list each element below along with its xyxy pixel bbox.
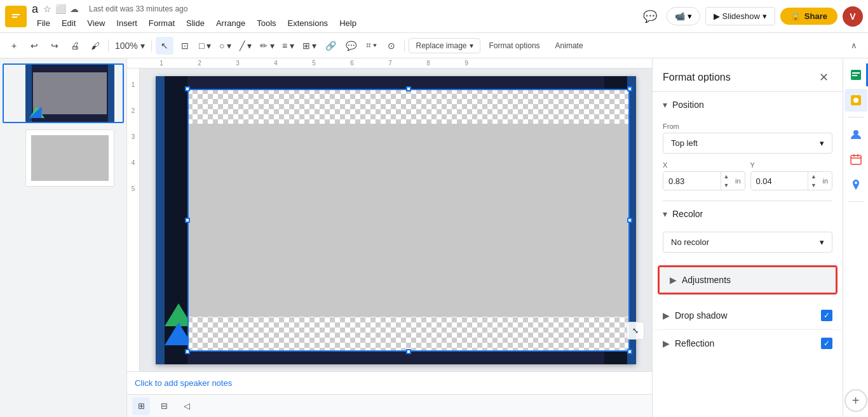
selected-image[interactable] — [187, 89, 630, 352]
format-options-sidebar-btn[interactable] — [844, 89, 867, 112]
handle-tr[interactable] — [627, 86, 632, 91]
sheets-icon-btn[interactable] — [844, 63, 867, 86]
reflection-checkbox[interactable]: ✓ — [821, 338, 832, 349]
meet-button[interactable]: 📹 ▾ — [667, 7, 700, 25]
maps-icon-btn[interactable] — [844, 173, 867, 196]
select-tool[interactable]: ↖ — [156, 37, 173, 55]
app-logo[interactable] — [5, 6, 27, 27]
collapse-panel-btn[interactable]: ∧ — [845, 37, 863, 55]
ruler-v-mark: 3 — [132, 133, 135, 140]
menu-slide[interactable]: Slide — [181, 16, 210, 30]
notes-bar[interactable]: Click to add speaker notes — [127, 371, 652, 394]
last-edit: Last edit was 33 minutes ago — [89, 4, 187, 13]
y-up-btn[interactable]: ▲ — [808, 172, 818, 181]
oval-tool[interactable]: ○ ▾ — [217, 37, 234, 55]
handle-bl[interactable] — [185, 349, 190, 354]
add-addon-btn[interactable]: + — [844, 389, 867, 412]
position-section-header[interactable]: ▾ Position — [653, 92, 843, 117]
y-input[interactable] — [751, 173, 808, 190]
menu-extensions[interactable]: Extensions — [283, 16, 334, 30]
chat-icon-btn[interactable]: 💬 — [639, 5, 661, 28]
slide-thumb-2[interactable]: 2 🔗 — [3, 128, 124, 188]
ruler-mark: 4 — [257, 60, 295, 67]
expand-button[interactable]: ⤡ — [627, 322, 644, 340]
x-up-btn[interactable]: ▲ — [721, 172, 731, 181]
close-format-panel-btn[interactable]: ✕ — [815, 69, 832, 86]
x-spinners: ▲ ▼ — [721, 172, 731, 190]
redo-btn[interactable]: ↪ — [46, 37, 64, 55]
from-value: Top left — [671, 138, 698, 148]
menu-arrange[interactable]: Arrange — [211, 16, 250, 30]
calendar-icon-btn[interactable] — [844, 148, 867, 171]
y-down-btn[interactable]: ▼ — [808, 181, 818, 190]
animate-button[interactable]: Animate — [549, 39, 590, 53]
add-btn[interactable]: + — [5, 37, 23, 55]
recolor-dropdown[interactable]: No recolor ▾ — [663, 232, 832, 253]
share-button[interactable]: 🔒 Share — [780, 8, 837, 25]
menu-help[interactable]: Help — [334, 16, 362, 30]
handle-mr[interactable] — [627, 218, 632, 223]
print-btn[interactable]: 🖨 — [66, 37, 84, 55]
reflection-section[interactable]: ▶ Reflection ✓ — [653, 329, 843, 357]
contacts-icon-btn[interactable] — [844, 122, 867, 145]
x-down-btn[interactable]: ▼ — [721, 181, 731, 190]
spacer-1 — [653, 297, 843, 302]
distribute-tool[interactable]: ⊞ ▾ — [300, 37, 320, 55]
list-view-btn[interactable]: ⊟ — [155, 397, 173, 415]
handle-tc[interactable] — [406, 86, 411, 91]
right-sidebar-divider — [848, 117, 864, 117]
handle-ml[interactable] — [185, 218, 190, 223]
doc-title[interactable]: a — [32, 3, 38, 16]
ruler-horizontal: 1 2 3 4 5 6 7 8 9 — [127, 58, 652, 69]
format-options-button[interactable]: Format options — [483, 39, 546, 53]
star-icon[interactable]: ☆ — [43, 4, 51, 14]
menu-tools[interactable]: Tools — [252, 16, 281, 30]
align-tool[interactable]: ≡ ▾ — [280, 37, 297, 55]
ruler-mark: 8 — [409, 60, 447, 67]
undo-btn[interactable]: ↩ — [25, 37, 43, 55]
slide-thumb-1[interactable]: 1 — [3, 63, 124, 123]
menu-insert[interactable]: Insert — [111, 16, 142, 30]
mask-tool[interactable]: ⊙ — [383, 37, 400, 55]
from-dropdown[interactable]: Top left ▾ — [663, 133, 832, 154]
drop-shadow-section[interactable]: ▶ Drop shadow ✓ — [653, 302, 843, 329]
link-tool[interactable]: 🔗 — [322, 37, 339, 55]
grid-view-btn[interactable]: ⊞ — [132, 397, 150, 415]
cloud-icon[interactable]: ☁ — [70, 4, 79, 14]
folder-icon[interactable]: ⬜ — [55, 4, 66, 14]
replace-image-label: Replace image — [416, 41, 466, 50]
svg-point-7 — [853, 98, 858, 103]
line-tool[interactable]: ╱ ▾ — [237, 37, 255, 55]
menu-file[interactable]: File — [32, 16, 55, 30]
shape-tool[interactable]: □ ▾ — [196, 37, 214, 55]
adjustments-header[interactable]: ▶ Adjustments — [660, 267, 836, 293]
right-sidebar-divider-2 — [848, 201, 864, 202]
menu-view[interactable]: View — [82, 16, 110, 30]
menu-edit[interactable]: Edit — [57, 16, 81, 30]
paint-format-btn[interactable]: 🖌 — [86, 37, 104, 55]
top-bar-right: 💬 📹 ▾ ▶ Slideshow ▾ 🔒 Share V — [639, 5, 863, 28]
format-panel: Format options ✕ ▾ Position From Top lef… — [652, 58, 843, 417]
handle-bc[interactable] — [406, 349, 411, 354]
ruler-vertical: 1 2 3 4 5 — [127, 69, 140, 371]
recolor-section-content: No recolor ▾ — [653, 227, 843, 263]
user-avatar[interactable]: V — [843, 6, 863, 27]
zoom-btn[interactable]: 100% ▾ — [112, 37, 147, 55]
comment-tool[interactable]: 💬 — [342, 37, 360, 55]
replace-image-button[interactable]: Replace image ▾ — [409, 38, 480, 53]
pen-tool[interactable]: ✏ ▾ — [257, 37, 277, 55]
handle-tl[interactable] — [185, 86, 190, 91]
toolbar: + ↩ ↪ 🖨 🖌 100% ▾ ↖ ⊡ □ ▾ ○ ▾ ╱ ▾ ✏ ▾ ≡ ▾… — [0, 33, 868, 58]
format-panel-header: Format options ✕ — [653, 58, 843, 92]
crop-tool[interactable]: ⌗ ▾ — [362, 37, 380, 55]
slideshow-button[interactable]: ▶ Slideshow ▾ — [705, 7, 775, 25]
recolor-section-header[interactable]: ▾ Recolor — [653, 201, 843, 227]
x-field: X ▲ ▼ in — [663, 161, 745, 190]
menu-format[interactable]: Format — [144, 16, 180, 30]
x-input[interactable] — [663, 173, 721, 190]
drop-shadow-checkbox[interactable]: ✓ — [821, 310, 832, 321]
handle-br[interactable] — [627, 349, 632, 354]
select-frame-tool[interactable]: ⊡ — [176, 37, 194, 55]
collapse-sidebar-btn[interactable]: ◁ — [178, 397, 196, 415]
top-bar: a ☆ ⬜ ☁ Last edit was 33 minutes ago Fil… — [0, 0, 868, 33]
